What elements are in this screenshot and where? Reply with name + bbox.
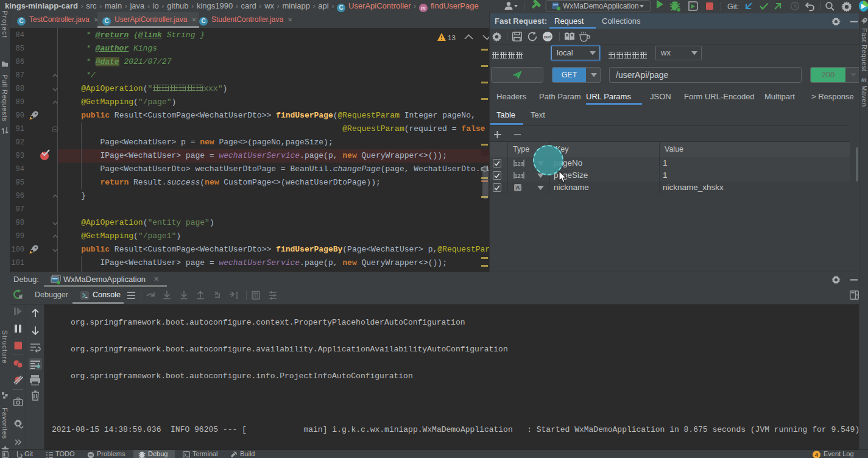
svg-text:123: 123 bbox=[514, 161, 523, 167]
svg-text:curl: curl bbox=[544, 35, 551, 39]
svg-text:123: 123 bbox=[514, 173, 523, 179]
svg-text:WxMaDemoApplication: WxMaDemoApplication bbox=[563, 2, 639, 10]
svg-text:Git:: Git: bbox=[727, 2, 739, 11]
svg-text:13: 13 bbox=[448, 34, 456, 41]
